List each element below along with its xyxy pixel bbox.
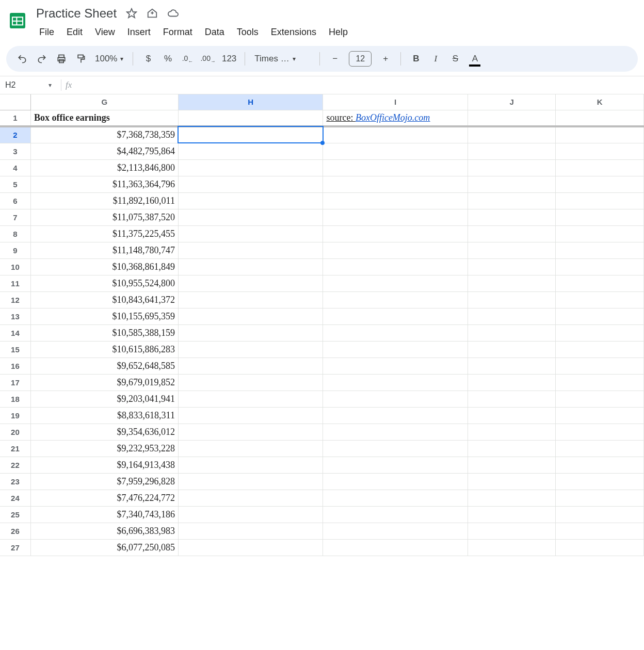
cell-K11[interactable] [556, 275, 644, 291]
cell-G6[interactable]: $11,892,160,011 [30, 192, 178, 209]
row-header-17[interactable]: 17 [0, 374, 30, 391]
spreadsheet-grid[interactable]: G H I J K 1Box office earningssource: Bo… [0, 94, 644, 556]
source-link[interactable]: BoxOfficeMojo.com [356, 112, 430, 123]
cell-G14[interactable]: $10,585,388,159 [30, 324, 178, 341]
cell-G19[interactable]: $8,833,618,311 [30, 407, 178, 424]
menu-help[interactable]: Help [324, 24, 353, 41]
cloud-status-icon[interactable] [167, 8, 179, 19]
cell-I6[interactable] [323, 192, 468, 209]
cell-H2[interactable] [178, 126, 323, 143]
cell-J24[interactable] [468, 490, 556, 506]
cell-K18[interactable] [556, 391, 644, 407]
cell-I23[interactable] [323, 473, 468, 490]
cell-I25[interactable] [323, 506, 468, 523]
cell-H14[interactable] [178, 324, 323, 341]
cell-K24[interactable] [556, 490, 644, 506]
cell-K15[interactable] [556, 341, 644, 358]
cell-K5[interactable] [556, 176, 644, 192]
cell-J22[interactable] [468, 457, 556, 473]
cell-H5[interactable] [178, 176, 323, 192]
cell-H24[interactable] [178, 490, 323, 506]
row-header-16[interactable]: 16 [0, 358, 30, 374]
cell-H10[interactable] [178, 258, 323, 275]
cell-K27[interactable] [556, 539, 644, 556]
cell-J8[interactable] [468, 225, 556, 242]
cell-I26[interactable] [323, 523, 468, 539]
cell-I1[interactable]: source: BoxOfficeMojo.com [323, 110, 468, 126]
col-header-H[interactable]: H [178, 94, 323, 110]
cell-J1[interactable] [468, 110, 556, 126]
print-icon[interactable] [53, 50, 70, 68]
row-header-11[interactable]: 11 [0, 275, 30, 291]
row-header-9[interactable]: 9 [0, 242, 30, 258]
col-header-K[interactable]: K [556, 94, 644, 110]
menu-format[interactable]: Format [158, 24, 198, 41]
row-header-25[interactable]: 25 [0, 506, 30, 523]
cell-K20[interactable] [556, 424, 644, 440]
increase-decimal-button[interactable]: .00→ [198, 50, 217, 68]
row-header-4[interactable]: 4 [0, 159, 30, 176]
cell-H19[interactable] [178, 407, 323, 424]
cell-H12[interactable] [178, 291, 323, 308]
cell-J2[interactable] [468, 126, 556, 143]
row-header-2[interactable]: 2 [0, 126, 30, 143]
row-header-6[interactable]: 6 [0, 192, 30, 209]
cell-J4[interactable] [468, 159, 556, 176]
cell-J27[interactable] [468, 539, 556, 556]
cell-I11[interactable] [323, 275, 468, 291]
cell-H27[interactable] [178, 539, 323, 556]
cell-G20[interactable]: $9,354,636,012 [30, 424, 178, 440]
cell-K10[interactable] [556, 258, 644, 275]
fontsize-decrease-button[interactable]: − [326, 50, 344, 68]
cell-G5[interactable]: $11,363,364,796 [30, 176, 178, 192]
cell-I27[interactable] [323, 539, 468, 556]
cell-H18[interactable] [178, 391, 323, 407]
cell-G24[interactable]: $7,476,224,772 [30, 490, 178, 506]
cell-G7[interactable]: $11,075,387,520 [30, 209, 178, 225]
cell-K23[interactable] [556, 473, 644, 490]
cell-G26[interactable]: $6,696,383,983 [30, 523, 178, 539]
cell-J15[interactable] [468, 341, 556, 358]
zoom-select[interactable]: 100% ▾ [92, 54, 126, 64]
cell-J13[interactable] [468, 308, 556, 324]
cell-I19[interactable] [323, 407, 468, 424]
row-header-1[interactable]: 1 [0, 110, 30, 126]
cell-I10[interactable] [323, 258, 468, 275]
cell-H16[interactable] [178, 358, 323, 374]
cell-K16[interactable] [556, 358, 644, 374]
cell-K17[interactable] [556, 374, 644, 391]
menu-insert[interactable]: Insert [122, 24, 156, 41]
row-header-3[interactable]: 3 [0, 143, 30, 159]
cell-I12[interactable] [323, 291, 468, 308]
cell-K4[interactable] [556, 159, 644, 176]
row-header-21[interactable]: 21 [0, 440, 30, 457]
cell-J16[interactable] [468, 358, 556, 374]
cell-K3[interactable] [556, 143, 644, 159]
cell-J7[interactable] [468, 209, 556, 225]
cell-K22[interactable] [556, 457, 644, 473]
cell-I13[interactable] [323, 308, 468, 324]
document-title[interactable]: Practice Sheet [34, 5, 119, 22]
cell-H17[interactable] [178, 374, 323, 391]
cell-K12[interactable] [556, 291, 644, 308]
cell-G8[interactable]: $11,375,225,455 [30, 225, 178, 242]
col-header-I[interactable]: I [323, 94, 468, 110]
cell-I8[interactable] [323, 225, 468, 242]
row-header-5[interactable]: 5 [0, 176, 30, 192]
cell-G23[interactable]: $7,959,296,828 [30, 473, 178, 490]
move-icon[interactable] [147, 8, 158, 19]
row-header-13[interactable]: 13 [0, 308, 30, 324]
cell-H23[interactable] [178, 473, 323, 490]
cell-I24[interactable] [323, 490, 468, 506]
cell-I3[interactable] [323, 143, 468, 159]
cell-H7[interactable] [178, 209, 323, 225]
cell-J6[interactable] [468, 192, 556, 209]
cell-I18[interactable] [323, 391, 468, 407]
cell-H13[interactable] [178, 308, 323, 324]
cell-J9[interactable] [468, 242, 556, 258]
format-percent-button[interactable]: % [159, 50, 176, 68]
cell-K7[interactable] [556, 209, 644, 225]
cell-J25[interactable] [468, 506, 556, 523]
row-header-12[interactable]: 12 [0, 291, 30, 308]
cell-G2[interactable]: $7,368,738,359 [30, 126, 178, 143]
